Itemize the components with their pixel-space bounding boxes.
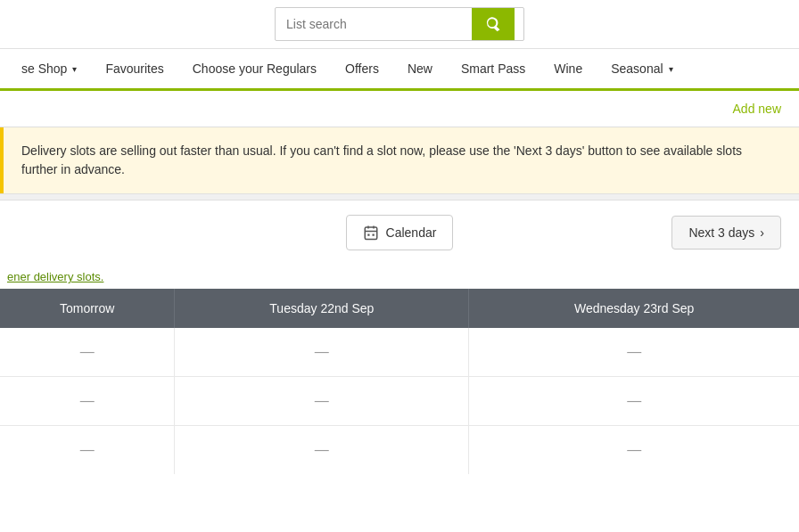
main-nav: se Shop ▾ Favourites Choose your Regular… — [0, 49, 799, 91]
search-input[interactable] — [276, 10, 472, 38]
table-row: ——— — [0, 426, 799, 475]
header — [0, 0, 799, 49]
table-cell: — — [175, 328, 469, 377]
next3-button-label: Next 3 days — [688, 225, 754, 240]
search-button[interactable] — [472, 8, 515, 40]
table-cell: — — [469, 328, 799, 377]
main-content: Add new Delivery slots are selling out f… — [0, 91, 799, 474]
table-header-row: Tomorrow Tuesday 22nd Sep Wednesday 23rd… — [0, 289, 799, 328]
table-cell: — — [0, 328, 175, 377]
chevron-down-icon: ▾ — [72, 64, 77, 74]
table-cell: — — [175, 426, 469, 475]
table-cell: — — [0, 426, 175, 475]
add-new-button[interactable]: Add new — [733, 102, 781, 116]
table-row: ——— — [0, 328, 799, 377]
nav-item-new[interactable]: New — [393, 49, 447, 88]
greener-link[interactable]: ener delivery slots. — [7, 270, 103, 283]
col-header-wednesday: Wednesday 23rd Sep — [469, 289, 799, 328]
nav-item-regulars[interactable]: Choose your Regulars — [178, 49, 331, 88]
svg-rect-5 — [372, 234, 374, 236]
svg-rect-0 — [365, 227, 377, 240]
col-header-tomorrow: Tomorrow — [0, 289, 175, 328]
table-cell: — — [175, 377, 469, 426]
table-cell: — — [469, 377, 799, 426]
search-container — [275, 7, 524, 41]
table-cell: — — [0, 377, 175, 426]
next3-button[interactable]: Next 3 days › — [671, 216, 781, 250]
alert-banner: Delivery slots are selling out faster th… — [0, 127, 799, 193]
nav-item-favourites[interactable]: Favourites — [91, 49, 177, 88]
nav-item-seasonal[interactable]: Seasonal ▾ — [597, 49, 687, 88]
nav-item-smartpass[interactable]: Smart Pass — [447, 49, 540, 88]
calendar-icon — [363, 225, 379, 241]
nav-item-wine[interactable]: Wine — [540, 49, 597, 88]
nav-item-offers[interactable]: Offers — [331, 49, 393, 88]
chevron-right-icon: › — [760, 225, 764, 240]
table-row: ——— — [0, 377, 799, 426]
greener-text-bar: ener delivery slots. — [0, 265, 799, 289]
calendar-button[interactable]: Calendar — [346, 215, 454, 250]
greener-prefix: ener delivery slots. — [7, 270, 103, 283]
col-header-tuesday: Tuesday 22nd Sep — [175, 289, 469, 328]
divider — [0, 193, 799, 201]
nav-item-shop[interactable]: se Shop ▾ — [7, 49, 91, 88]
slots-table: Tomorrow Tuesday 22nd Sep Wednesday 23rd… — [0, 289, 799, 474]
top-bar: Add new — [0, 91, 799, 127]
search-icon — [484, 15, 502, 33]
svg-rect-4 — [367, 234, 369, 236]
calendar-button-label: Calendar — [386, 225, 437, 240]
slot-controls: Calendar Next 3 days › — [0, 201, 799, 265]
chevron-down-icon: ▾ — [669, 64, 673, 74]
table-cell: — — [469, 426, 799, 475]
alert-text: Delivery slots are selling out faster th… — [21, 143, 742, 176]
